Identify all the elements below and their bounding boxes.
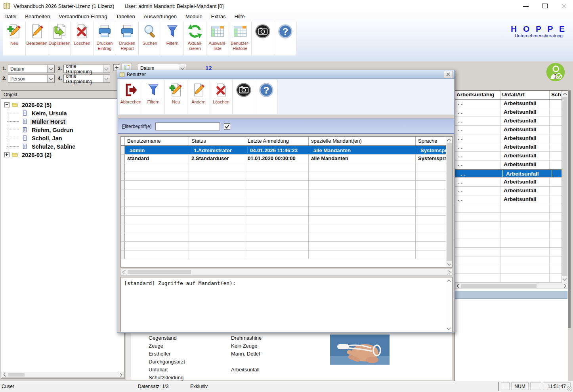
user-badge-icon[interactable] (546, 63, 565, 82)
column-arbeitsunfaehig[interactable]: Arbeitsunfähig (455, 91, 500, 99)
chevron-down-icon[interactable] (47, 75, 54, 82)
new-user-button[interactable]: Neu (165, 80, 187, 114)
tree-folder-2026-02[interactable]: 2026-02 (5) (1, 101, 124, 109)
scroll-left-icon[interactable] (121, 269, 127, 275)
tree-item-label[interactable]: Keim, Ursula (30, 110, 69, 117)
scrollbar-thumb[interactable] (461, 284, 537, 288)
scroll-up-icon[interactable] (562, 91, 568, 97)
close-button[interactable] (560, 3, 567, 9)
scroll-right-icon[interactable] (118, 372, 124, 377)
tree-item-mueller-horst[interactable]: Müller Horst (1, 117, 124, 126)
edit-user-button[interactable]: Ändern (187, 80, 210, 114)
tree-item-schulze-sabine[interactable]: Schulze, Sabine (1, 142, 124, 151)
access-info-textarea[interactable]: [standard] Zugriffe auf Mandant(en): (120, 277, 453, 332)
user-row-admin-selected[interactable]: admin 1.Administrator 04.01.2026 11:46:2… (121, 146, 450, 154)
user-row-standard[interactable]: standard 2.Standarduser 01.01.2020 00:00… (121, 155, 452, 163)
group-select-2[interactable]: Person (8, 75, 55, 83)
search-button[interactable]: Suchen (139, 21, 161, 55)
scroll-up-icon[interactable] (446, 278, 452, 284)
minimize-button[interactable] (522, 3, 529, 9)
collapse-icon[interactable] (4, 102, 10, 107)
table-row[interactable]: . .Arbeitsunfall (455, 143, 562, 152)
table-row[interactable]: . .Arbeitsunfall (455, 99, 562, 108)
tree-folder-2026-03[interactable]: 2026-03 (2) (1, 151, 124, 159)
tree-folder-label[interactable]: 2026-02 (5) (20, 102, 53, 108)
dialog-close-button[interactable] (444, 71, 453, 78)
selection-list-button[interactable]: Auswahl- liste (206, 21, 229, 55)
table-row[interactable]: . .Arbeitsunfall (455, 161, 562, 169)
scrollbar-thumb[interactable] (128, 270, 191, 274)
help-button[interactable] (255, 80, 278, 114)
table-row[interactable]: . .Arbeitsunfall (455, 108, 562, 117)
help-button[interactable] (274, 21, 297, 55)
menu-hilfe[interactable]: Hilfe (230, 13, 249, 20)
menu-datei[interactable]: Datei (0, 13, 21, 20)
tree-item-scholl-jan[interactable]: Scholl, Jan (1, 134, 124, 142)
scroll-down-icon[interactable] (562, 276, 568, 282)
table-row[interactable]: . .Arbeitsunfall (455, 126, 562, 134)
dialog-titlebar[interactable]: Benutzer (117, 70, 455, 79)
menu-auswertungen[interactable]: Auswertungen (139, 13, 181, 20)
tree-item-riehm-gudrun[interactable]: Riehm, Gudrun (1, 126, 124, 134)
table-row[interactable]: . .Arbeitsunfall (455, 187, 562, 195)
scroll-left-icon[interactable] (455, 283, 461, 289)
filter-input[interactable] (155, 122, 220, 130)
tree-horizontal-scrollbar[interactable] (2, 372, 124, 378)
table-row[interactable]: . .Arbeitsunfall (455, 178, 562, 187)
refresh-button[interactable]: Aktuali- sieren (184, 21, 206, 55)
tree-item-keim-ursula[interactable]: Keim, Ursula (1, 109, 124, 117)
tree-folder-label[interactable]: 2026-03 (2) (20, 152, 53, 158)
scroll-up-icon[interactable] (446, 137, 452, 143)
filter-button[interactable]: Filtern (142, 80, 165, 114)
scroll-right-icon[interactable] (446, 269, 452, 275)
new-entry-button[interactable]: Neu (3, 21, 26, 55)
table-vertical-scrollbar[interactable] (562, 91, 568, 282)
cancel-button[interactable]: Abbrechen (120, 80, 142, 114)
chevron-down-icon[interactable] (103, 75, 110, 82)
table-row[interactable]: . .Arbeitsunfall (455, 117, 562, 126)
column-spezielle-mandanten[interactable]: spezielle Mandant(en) (309, 137, 416, 145)
edit-entry-button[interactable]: Bearbeiten (26, 21, 48, 55)
expand-icon[interactable] (4, 152, 10, 157)
column-sprache[interactable]: Sprache (416, 137, 447, 145)
group-select-1[interactable]: Datum (8, 65, 55, 73)
scrollbar-thumb[interactable] (562, 97, 567, 276)
tree-item-label[interactable]: Scholl, Jan (30, 135, 64, 142)
menu-module[interactable]: Module (181, 13, 207, 20)
menu-extras[interactable]: Extras (207, 13, 230, 20)
maximize-button[interactable] (541, 3, 548, 9)
column-unfallart[interactable]: UnfallArt (500, 91, 550, 99)
resize-grip[interactable] (567, 386, 572, 391)
column-status[interactable]: Status (189, 137, 245, 145)
scroll-right-icon[interactable] (562, 283, 568, 289)
delete-user-button[interactable]: Löschen (210, 80, 233, 114)
menu-bearbeiten[interactable]: Bearbeiten (21, 13, 54, 20)
delete-button[interactable]: Löschen (71, 21, 94, 55)
menu-tabellen[interactable]: Tabellen (111, 13, 139, 20)
users-table-vertical-scrollbar[interactable] (446, 137, 452, 267)
scrollbar-thumb[interactable] (8, 373, 25, 377)
filter-checkbox[interactable] (224, 123, 230, 130)
print-entry-button[interactable]: Drucken Eintrag (94, 21, 116, 55)
scroll-down-icon[interactable] (446, 325, 452, 331)
table-row[interactable]: . .Arbeitsunfall (455, 195, 562, 204)
scroll-down-icon[interactable] (446, 261, 452, 267)
user-history-button[interactable]: Benutzer- Historie (229, 21, 252, 55)
table-row[interactable]: . .Arbeitsunfall (455, 134, 562, 143)
memo-vertical-scrollbar[interactable] (446, 278, 452, 331)
group-select-3[interactable]: ohne Gruppierung (63, 65, 110, 73)
column-letzte-anmeldung[interactable]: Letzte Anmeldung (245, 137, 309, 145)
filter-button[interactable]: Filtern (161, 21, 184, 55)
tree-item-label-selected[interactable]: Müller Horst (30, 119, 67, 125)
detail-scroll-strip[interactable] (126, 333, 131, 380)
table-row[interactable]: . .Arbeitsunfall (455, 152, 562, 161)
chevron-down-icon[interactable] (47, 65, 54, 73)
camera-button[interactable] (252, 21, 274, 55)
tree-item-label[interactable]: Riehm, Gudrun (30, 127, 75, 133)
scrollbar-thumb[interactable] (447, 143, 452, 261)
users-table-horizontal-scrollbar[interactable] (120, 269, 453, 275)
table-row-selected[interactable]: . .Arbeitsunfall (455, 169, 565, 178)
column-benutzername[interactable]: Benutzername (125, 137, 189, 145)
duplicate-button[interactable]: Duplizieren (48, 21, 71, 55)
print-report-button[interactable]: Drucken Report (116, 21, 139, 55)
